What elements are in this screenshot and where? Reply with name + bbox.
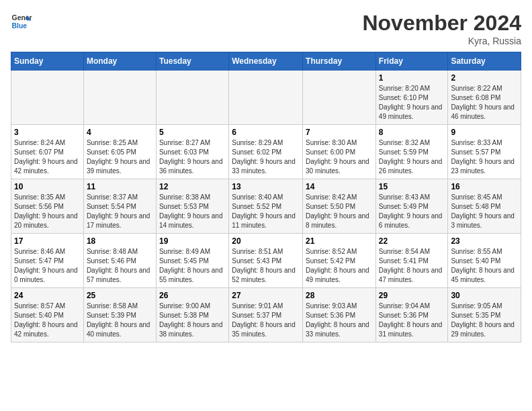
- calendar-cell: [156, 71, 228, 125]
- day-number: 9: [451, 128, 518, 137]
- day-info: Sunrise: 8:29 AM Sunset: 6:02 PM Dayligh…: [232, 138, 300, 176]
- day-info: Sunrise: 8:32 AM Sunset: 5:59 PM Dayligh…: [379, 138, 445, 176]
- calendar-cell: 7Sunrise: 8:30 AM Sunset: 6:00 PM Daylig…: [303, 125, 376, 179]
- weekday-header: Thursday: [303, 52, 376, 71]
- day-info: Sunrise: 8:25 AM Sunset: 6:05 PM Dayligh…: [87, 138, 153, 176]
- calendar-cell: 15Sunrise: 8:43 AM Sunset: 5:49 PM Dayli…: [375, 179, 448, 234]
- calendar-cell: 18Sunrise: 8:48 AM Sunset: 5:46 PM Dayli…: [83, 234, 156, 288]
- day-number: 1: [379, 73, 445, 83]
- calendar-cell: 12Sunrise: 8:38 AM Sunset: 5:53 PM Dayli…: [156, 179, 228, 234]
- weekday-header: Sunday: [11, 52, 84, 71]
- day-info: Sunrise: 8:40 AM Sunset: 5:52 PM Dayligh…: [232, 193, 300, 230]
- day-number: 10: [14, 182, 81, 191]
- calendar-week-row: 17Sunrise: 8:46 AM Sunset: 5:47 PM Dayli…: [11, 234, 521, 288]
- calendar-cell: 10Sunrise: 8:35 AM Sunset: 5:56 PM Dayli…: [11, 179, 84, 234]
- day-number: 18: [87, 236, 153, 246]
- calendar-cell: 20Sunrise: 8:51 AM Sunset: 5:43 PM Dayli…: [229, 234, 303, 288]
- day-number: 28: [306, 291, 373, 300]
- day-info: Sunrise: 9:00 AM Sunset: 5:38 PM Dayligh…: [159, 302, 226, 339]
- calendar-cell: 27Sunrise: 9:01 AM Sunset: 5:37 PM Dayli…: [229, 288, 303, 342]
- calendar-cell: 26Sunrise: 9:00 AM Sunset: 5:38 PM Dayli…: [156, 288, 228, 342]
- calendar-cell: 24Sunrise: 8:57 AM Sunset: 5:40 PM Dayli…: [11, 288, 84, 342]
- day-number: 11: [87, 182, 153, 191]
- calendar-cell: 14Sunrise: 8:42 AM Sunset: 5:50 PM Dayli…: [303, 179, 376, 234]
- weekday-header: Friday: [375, 52, 448, 71]
- day-info: Sunrise: 8:51 AM Sunset: 5:43 PM Dayligh…: [232, 247, 300, 285]
- day-number: 6: [232, 128, 300, 137]
- day-info: Sunrise: 8:30 AM Sunset: 6:00 PM Dayligh…: [306, 138, 373, 176]
- day-info: Sunrise: 8:22 AM Sunset: 6:08 PM Dayligh…: [451, 84, 518, 122]
- title-section: November 2024 Kyra, Russia: [362, 11, 521, 46]
- day-info: Sunrise: 9:01 AM Sunset: 5:37 PM Dayligh…: [232, 302, 300, 339]
- day-info: Sunrise: 8:45 AM Sunset: 5:48 PM Dayligh…: [451, 193, 518, 230]
- day-number: 26: [159, 291, 226, 300]
- day-number: 22: [379, 236, 445, 246]
- day-number: 4: [87, 128, 153, 137]
- day-info: Sunrise: 8:48 AM Sunset: 5:46 PM Dayligh…: [87, 247, 153, 285]
- day-info: Sunrise: 8:27 AM Sunset: 6:03 PM Dayligh…: [159, 138, 226, 176]
- location-label: Kyra, Russia: [362, 36, 521, 46]
- calendar-cell: [83, 71, 156, 125]
- calendar-cell: 4Sunrise: 8:25 AM Sunset: 6:05 PM Daylig…: [83, 125, 156, 179]
- day-number: 13: [232, 182, 300, 191]
- calendar-week-row: 1Sunrise: 8:20 AM Sunset: 6:10 PM Daylig…: [11, 71, 521, 125]
- day-number: 29: [379, 291, 445, 300]
- calendar-cell: 1Sunrise: 8:20 AM Sunset: 6:10 PM Daylig…: [375, 71, 448, 125]
- day-number: 2: [451, 73, 518, 83]
- day-number: 12: [159, 182, 226, 191]
- page-header: General Blue November 2024 Kyra, Russia: [11, 11, 521, 46]
- day-info: Sunrise: 9:03 AM Sunset: 5:36 PM Dayligh…: [306, 302, 373, 339]
- day-info: Sunrise: 8:37 AM Sunset: 5:54 PM Dayligh…: [87, 193, 153, 230]
- calendar-cell: 5Sunrise: 8:27 AM Sunset: 6:03 PM Daylig…: [156, 125, 228, 179]
- day-number: 3: [14, 128, 81, 137]
- logo-icon: General Blue: [11, 11, 32, 32]
- day-number: 27: [232, 291, 300, 300]
- calendar-cell: [303, 71, 376, 125]
- calendar-week-row: 3Sunrise: 8:24 AM Sunset: 6:07 PM Daylig…: [11, 125, 521, 179]
- calendar-cell: 13Sunrise: 8:40 AM Sunset: 5:52 PM Dayli…: [229, 179, 303, 234]
- day-info: Sunrise: 8:24 AM Sunset: 6:07 PM Dayligh…: [14, 138, 81, 176]
- day-info: Sunrise: 8:57 AM Sunset: 5:40 PM Dayligh…: [14, 302, 81, 339]
- day-info: Sunrise: 8:33 AM Sunset: 5:57 PM Dayligh…: [451, 138, 518, 176]
- weekday-header: Monday: [83, 52, 156, 71]
- day-number: 19: [159, 236, 226, 246]
- calendar-cell: 11Sunrise: 8:37 AM Sunset: 5:54 PM Dayli…: [83, 179, 156, 234]
- calendar-cell: 16Sunrise: 8:45 AM Sunset: 5:48 PM Dayli…: [448, 179, 521, 234]
- day-number: 14: [306, 182, 373, 191]
- day-info: Sunrise: 8:52 AM Sunset: 5:42 PM Dayligh…: [306, 247, 373, 285]
- day-number: 15: [379, 182, 445, 191]
- weekday-header: Saturday: [448, 52, 521, 71]
- day-number: 8: [379, 128, 445, 137]
- calendar-cell: 22Sunrise: 8:54 AM Sunset: 5:41 PM Dayli…: [375, 234, 448, 288]
- calendar-table: SundayMondayTuesdayWednesdayThursdayFrid…: [11, 52, 521, 342]
- calendar-cell: 3Sunrise: 8:24 AM Sunset: 6:07 PM Daylig…: [11, 125, 84, 179]
- calendar-cell: 8Sunrise: 8:32 AM Sunset: 5:59 PM Daylig…: [375, 125, 448, 179]
- day-number: 25: [87, 291, 153, 300]
- day-number: 7: [306, 128, 373, 137]
- day-number: 30: [451, 291, 518, 300]
- day-number: 17: [14, 236, 81, 246]
- calendar-cell: 25Sunrise: 8:58 AM Sunset: 5:39 PM Dayli…: [83, 288, 156, 342]
- day-number: 23: [451, 236, 518, 246]
- day-number: 5: [159, 128, 226, 137]
- day-number: 24: [14, 291, 81, 300]
- day-info: Sunrise: 8:35 AM Sunset: 5:56 PM Dayligh…: [14, 193, 81, 230]
- day-info: Sunrise: 8:46 AM Sunset: 5:47 PM Dayligh…: [14, 247, 81, 285]
- day-number: 21: [306, 236, 373, 246]
- calendar-cell: 30Sunrise: 9:05 AM Sunset: 5:35 PM Dayli…: [448, 288, 521, 342]
- day-info: Sunrise: 8:38 AM Sunset: 5:53 PM Dayligh…: [159, 193, 226, 230]
- calendar-week-row: 24Sunrise: 8:57 AM Sunset: 5:40 PM Dayli…: [11, 288, 521, 342]
- day-number: 16: [451, 182, 518, 191]
- calendar-cell: 19Sunrise: 8:49 AM Sunset: 5:45 PM Dayli…: [156, 234, 228, 288]
- day-info: Sunrise: 9:05 AM Sunset: 5:35 PM Dayligh…: [451, 302, 518, 339]
- day-number: 20: [232, 236, 300, 246]
- day-info: Sunrise: 8:43 AM Sunset: 5:49 PM Dayligh…: [379, 193, 445, 230]
- calendar-cell: 9Sunrise: 8:33 AM Sunset: 5:57 PM Daylig…: [448, 125, 521, 179]
- calendar-cell: [229, 71, 303, 125]
- calendar-cell: 17Sunrise: 8:46 AM Sunset: 5:47 PM Dayli…: [11, 234, 84, 288]
- calendar-body: 1Sunrise: 8:20 AM Sunset: 6:10 PM Daylig…: [11, 71, 521, 342]
- day-info: Sunrise: 8:42 AM Sunset: 5:50 PM Dayligh…: [306, 193, 373, 230]
- day-info: Sunrise: 8:58 AM Sunset: 5:39 PM Dayligh…: [87, 302, 153, 339]
- day-info: Sunrise: 9:04 AM Sunset: 5:36 PM Dayligh…: [379, 302, 445, 339]
- weekday-header: Wednesday: [229, 52, 303, 71]
